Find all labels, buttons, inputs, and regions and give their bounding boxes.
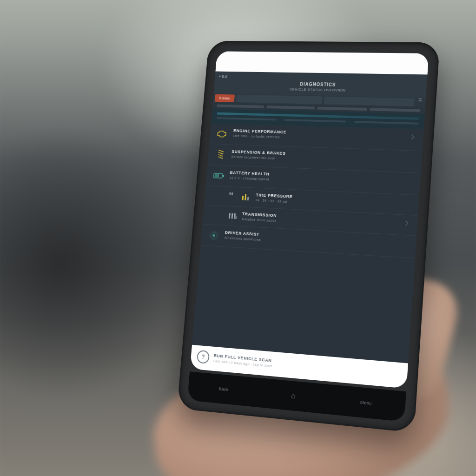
header-indicator: • 8.6 xyxy=(219,74,228,79)
phone-screen: • 8.6 DIAGNOSTICS VEHICLE STATUS OVERVIE… xyxy=(190,51,429,389)
nav-back[interactable]: Back xyxy=(218,386,229,392)
svg-rect-6 xyxy=(229,213,231,219)
summary-metric xyxy=(354,121,418,125)
nav-home-icon[interactable]: ⌂ xyxy=(291,391,296,400)
chip[interactable] xyxy=(266,106,315,109)
spring-icon xyxy=(214,149,228,161)
summary-metric xyxy=(284,119,346,123)
battery-icon xyxy=(212,170,226,182)
chip[interactable] xyxy=(370,108,421,112)
help-icon: ? xyxy=(197,350,210,364)
engine-icon xyxy=(216,128,230,140)
svg-rect-7 xyxy=(231,213,233,219)
svg-rect-1 xyxy=(223,175,224,177)
radar-icon xyxy=(207,229,221,242)
svg-rect-5 xyxy=(247,197,249,200)
summary-metric xyxy=(217,117,277,120)
tab-status[interactable]: Status xyxy=(215,94,235,102)
hamburger-icon[interactable]: ≡ xyxy=(416,99,424,106)
svg-rect-4 xyxy=(245,194,246,200)
bars-icon xyxy=(240,192,251,202)
tab-2[interactable] xyxy=(236,95,323,104)
chevron-right-icon xyxy=(408,133,417,140)
status-bar xyxy=(215,51,429,74)
phone-device: • 8.6 DIAGNOSTICS VEHICLE STATUS OVERVIE… xyxy=(177,41,440,433)
chip[interactable] xyxy=(217,105,264,108)
svg-point-10 xyxy=(212,234,215,237)
chip[interactable] xyxy=(317,107,367,111)
item-badge: 98 xyxy=(229,192,237,196)
tab-3[interactable] xyxy=(324,97,415,106)
diagnostics-list[interactable]: ENGINE PERFORMANCE Live data · no faults… xyxy=(192,123,424,363)
chevron-right-icon xyxy=(402,220,411,227)
svg-rect-2 xyxy=(215,174,219,177)
sliders-icon xyxy=(227,211,238,222)
nav-recent[interactable]: Menu xyxy=(360,400,372,406)
svg-rect-3 xyxy=(242,196,244,200)
